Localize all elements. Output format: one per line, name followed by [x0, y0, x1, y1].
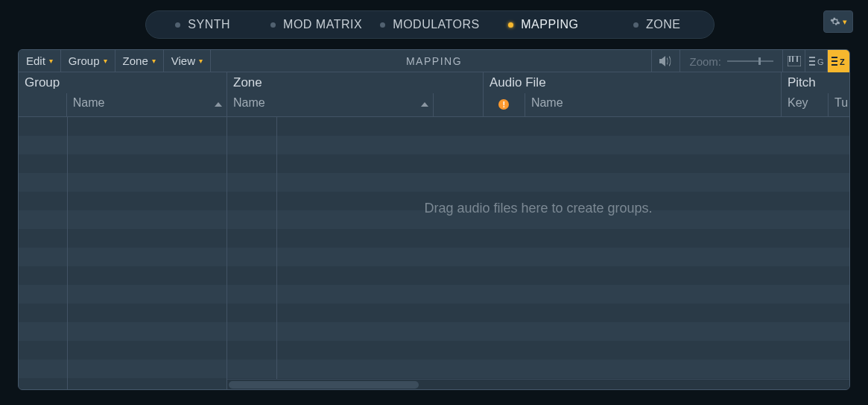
svg-rect-1: [789, 56, 791, 62]
view-mode-zone-list[interactable]: Z: [827, 50, 849, 72]
column-divider: [67, 117, 68, 389]
subcol-audio-name[interactable]: Name: [525, 93, 781, 116]
subcol-group-blank[interactable]: [19, 93, 67, 116]
column-group-zone: Zone Name: [227, 72, 484, 116]
subcol-zone-name[interactable]: Name: [227, 93, 434, 116]
menu-label: Group: [69, 54, 100, 67]
tab-mod-matrix[interactable]: MOD MATRIX: [259, 11, 373, 38]
chevron-down-icon: ▾: [104, 57, 107, 65]
column-group-title: Audio File: [484, 72, 781, 93]
table-body[interactable]: Drag audio files here to create groups.: [19, 117, 849, 389]
subcol-label: Name: [531, 96, 563, 109]
svg-rect-4: [809, 57, 815, 58]
settings-button[interactable]: ▾: [823, 10, 853, 33]
tab-label: SYNTH: [188, 18, 230, 31]
column-divider: [276, 117, 277, 389]
top-nav-area: SYNTH MOD MATRIX MODULATORS MAPPING ZONE…: [0, 0, 868, 49]
tab-label: ZONE: [646, 18, 680, 31]
tab-modulators[interactable]: MODULATORS: [373, 11, 487, 38]
indicator-dot-icon: [508, 22, 513, 28]
indicator-dot-icon: [380, 22, 385, 28]
drop-placeholder: Drag audio files here to create groups.: [227, 201, 849, 216]
svg-text:Z: Z: [840, 57, 845, 66]
column-group-group: Group Name: [19, 72, 227, 116]
sort-ascending-icon: [215, 102, 222, 107]
panel-title: MAPPING: [406, 55, 462, 67]
tab-label: MAPPING: [521, 18, 578, 31]
svg-rect-5: [809, 60, 815, 62]
svg-rect-3: [796, 56, 798, 62]
view-mode-keyboard[interactable]: [782, 50, 805, 72]
menu-view[interactable]: View▾: [164, 50, 211, 72]
toolbar-right-cluster: Zoom: G Z: [651, 50, 849, 72]
column-group-pitch: Pitch Key Tu: [782, 72, 850, 116]
subcol-group-name[interactable]: Name: [67, 93, 226, 116]
subcol-pitch-key[interactable]: Key: [782, 93, 829, 116]
column-group-title: Pitch: [782, 72, 850, 93]
svg-rect-10: [831, 64, 837, 66]
speaker-icon: [659, 56, 673, 66]
zone-list-pane[interactable]: Drag audio files here to create groups.: [227, 117, 849, 389]
chevron-down-icon: ▾: [843, 17, 847, 27]
svg-text:G: G: [817, 57, 824, 66]
horizontal-scrollbar[interactable]: [227, 379, 849, 389]
audition-toggle[interactable]: [651, 50, 679, 72]
tab-label: MOD MATRIX: [283, 18, 362, 31]
chevron-down-icon: ▾: [199, 57, 203, 65]
subcol-pitch-tune[interactable]: Tu: [829, 93, 850, 116]
zoom-control[interactable]: Zoom:: [679, 50, 782, 72]
indicator-dot-icon: [175, 22, 180, 28]
column-group-audio: Audio File ! Name: [484, 72, 782, 116]
subcol-label: Tu: [834, 96, 848, 109]
subcol-zone-blank[interactable]: [434, 93, 483, 116]
tab-mapping[interactable]: MAPPING: [487, 11, 600, 38]
menu-zone[interactable]: Zone▾: [115, 50, 164, 72]
list-z-icon: Z: [831, 56, 846, 66]
group-list-pane[interactable]: [19, 117, 227, 389]
chevron-down-icon: ▾: [49, 57, 53, 65]
warning-icon: !: [498, 99, 509, 110]
menu-label: Edit: [26, 54, 45, 67]
subcol-label: Name: [73, 96, 105, 109]
nav-tab-bar: SYNTH MOD MATRIX MODULATORS MAPPING ZONE: [145, 10, 715, 39]
column-group-title: Zone: [227, 72, 483, 93]
tab-zone[interactable]: ZONE: [601, 11, 714, 38]
svg-rect-8: [831, 57, 837, 58]
svg-rect-2: [792, 56, 793, 62]
zoom-slider-thumb[interactable]: [758, 57, 761, 65]
column-group-title: Group: [19, 72, 226, 93]
keyboard-icon: [788, 56, 801, 66]
zoom-label: Zoom:: [689, 55, 721, 68]
indicator-dot-icon: [270, 22, 276, 28]
panel-toolbar: Edit▾ Group▾ Zone▾ View▾ MAPPING Zoom: G…: [19, 50, 849, 72]
menu-label: View: [171, 54, 195, 67]
menu-group[interactable]: Group▾: [61, 50, 115, 72]
tab-synth[interactable]: SYNTH: [146, 11, 259, 38]
menu-edit[interactable]: Edit▾: [19, 50, 61, 72]
view-mode-group-list[interactable]: G: [805, 50, 827, 72]
list-g-icon: G: [809, 56, 824, 66]
mapping-panel: Edit▾ Group▾ Zone▾ View▾ MAPPING Zoom: G…: [18, 49, 850, 390]
subcol-label: Key: [788, 96, 808, 109]
column-header-strip: Group Name Zone Name Audio File: [19, 72, 849, 117]
sort-ascending-icon: [421, 102, 428, 107]
svg-rect-9: [831, 60, 837, 62]
menu-label: Zone: [123, 54, 148, 67]
zoom-slider-track[interactable]: [727, 60, 773, 62]
subcol-label: Name: [233, 96, 265, 109]
chevron-down-icon: ▾: [152, 57, 156, 65]
subcol-audio-warn[interactable]: !: [484, 93, 525, 116]
scrollbar-thumb[interactable]: [229, 381, 419, 389]
tab-label: MODULATORS: [393, 18, 479, 31]
svg-rect-6: [809, 64, 815, 66]
gear-icon: [830, 16, 840, 27]
indicator-dot-icon: [633, 22, 639, 28]
